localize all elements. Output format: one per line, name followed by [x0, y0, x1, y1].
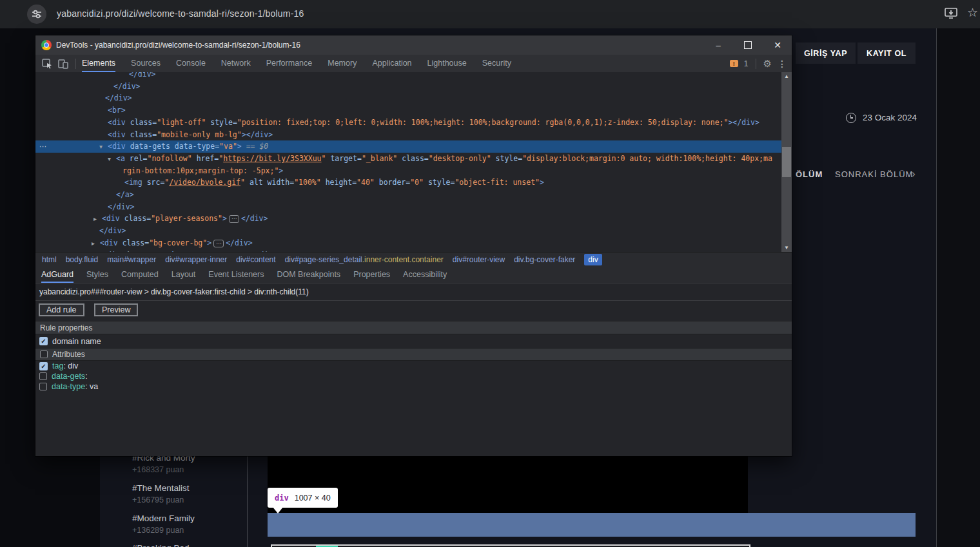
- devtools-window: DevTools - yabancidizi.pro/dizi/welcome-…: [35, 35, 792, 456]
- code-text: </a>: [35, 189, 781, 201]
- devtools-tab-application[interactable]: Application: [372, 55, 411, 72]
- expand-arrow-icon[interactable]: ▾: [99, 140, 103, 153]
- elements-scrollbar[interactable]: ▲ ▼: [781, 72, 792, 252]
- sidebar-tab-accessibility[interactable]: Accessibility: [403, 266, 447, 283]
- breadcrumb-html[interactable]: html: [42, 255, 57, 264]
- code-line[interactable]: <div class="light-off" style="position: …: [35, 117, 781, 129]
- line-overflow-icon[interactable]: ⋯: [39, 140, 48, 153]
- property-label: Attributes: [52, 350, 85, 359]
- inspect-highlight-overlay: [268, 513, 916, 537]
- code-line[interactable]: ⋯▾<div data-gets data-type="va"> == $0: [35, 140, 781, 153]
- site-settings-icon[interactable]: [27, 5, 46, 24]
- minimize-button[interactable]: –: [709, 35, 728, 55]
- breadcrumb-div[interactable]: div: [584, 254, 602, 265]
- devtools-tab-sources[interactable]: Sources: [131, 55, 161, 72]
- issues-count[interactable]: 1: [744, 59, 749, 68]
- code-text: <div class="player-seasons">⋯</div>: [35, 213, 781, 225]
- sidebar-tab-properties[interactable]: Properties: [353, 266, 390, 283]
- property-value: :: [85, 372, 87, 381]
- breadcrumb-div-wrapper-inner[interactable]: div#wrapper-inner: [165, 255, 227, 264]
- video-player-area[interactable]: [268, 456, 748, 513]
- preview-button[interactable]: Preview: [94, 303, 138, 316]
- code-line[interactable]: ▸<div class="player-seasons">⋯</div>: [35, 213, 781, 225]
- inspect-element-icon[interactable]: [42, 59, 53, 69]
- devtools-tab-elements[interactable]: Elements: [82, 55, 115, 72]
- previous-episode-link-partial[interactable]: ÖLÜM: [796, 169, 823, 179]
- checkbox-tag[interactable]: ✓: [39, 362, 48, 370]
- issues-icon[interactable]: !: [730, 60, 738, 67]
- device-toolbar-icon[interactable]: [58, 59, 68, 69]
- breadcrumb-div-router-view[interactable]: div#router-view: [453, 255, 505, 264]
- sidebar-tab-computed[interactable]: Computed: [121, 266, 159, 283]
- sidebar-tab-adguard[interactable]: AdGuard: [41, 266, 74, 283]
- scroll-up-arrow-icon[interactable]: ▲: [781, 73, 792, 79]
- code-line[interactable]: <img src="/video/bvole.gif" alt width="1…: [35, 177, 781, 189]
- code-line[interactable]: </div>: [35, 72, 781, 81]
- scroll-down-arrow-icon[interactable]: ▼: [781, 245, 792, 251]
- code-line[interactable]: rgin-bottom:10px;margin-top: -5px;">: [35, 165, 781, 177]
- maximize-button[interactable]: [738, 35, 758, 55]
- code-text: </div>: [35, 72, 781, 81]
- rule-property-domain-name: ✓domain name: [35, 334, 792, 348]
- devtools-window-title: DevTools - yabancidizi.pro/dizi/welcome-…: [56, 35, 300, 55]
- code-line[interactable]: </div>: [35, 225, 781, 237]
- code-line[interactable]: <div class="mobile-only mb-lg"></div>: [35, 129, 781, 141]
- devtools-tab-performance[interactable]: Performance: [266, 55, 313, 72]
- devtools-tab-security[interactable]: Security: [482, 55, 511, 72]
- trending-item-breaking-bad[interactable]: #Breaking Bad: [132, 543, 190, 547]
- kebab-menu-icon[interactable]: ⋮: [778, 59, 787, 69]
- login-button[interactable]: GİRİŞ YAP: [796, 43, 856, 64]
- checkbox-attributes[interactable]: [40, 350, 48, 358]
- devtools-tab-lighthouse[interactable]: Lighthouse: [427, 55, 467, 72]
- checkbox-data-gets[interactable]: [39, 372, 47, 380]
- send-to-device-icon[interactable]: [944, 7, 958, 23]
- url-text[interactable]: yabancidizi.pro/dizi/welcome-to-samdal-r…: [57, 8, 304, 19]
- collapse-arrow-icon[interactable]: ▸: [92, 237, 95, 249]
- expand-arrow-icon[interactable]: ▾: [108, 153, 111, 165]
- code-line[interactable]: </a>: [35, 189, 781, 201]
- add-rule-button[interactable]: Add rule: [39, 303, 84, 316]
- devtools-tab-memory[interactable]: Memory: [328, 55, 357, 72]
- chrome-logo-icon: [41, 40, 52, 50]
- sidebar-tab-layout[interactable]: Layout: [172, 266, 196, 283]
- sidebar-tab-event-listeners[interactable]: Event Listeners: [208, 266, 264, 283]
- scrollbar-thumb[interactable]: [782, 147, 791, 177]
- code-line[interactable]: </div>: [35, 92, 781, 104]
- sidebar-tab-styles[interactable]: Styles: [86, 266, 108, 283]
- code-line[interactable]: </div>: [35, 201, 781, 213]
- code-line[interactable]: ▸<div class="bg-cover-bg">⋯</div>: [35, 237, 781, 249]
- adguard-rule-text[interactable]: yabancidizi.pro###router-view > div.bg-c…: [35, 284, 792, 301]
- tooltip-dimensions: 1007 × 40: [295, 494, 331, 503]
- code-line[interactable]: ▾<a rel="nofollow" href="https://bit.ly/…: [35, 153, 781, 165]
- devtools-tab-console[interactable]: Console: [176, 55, 206, 72]
- breadcrumb-body-fluid[interactable]: body.fluid: [66, 255, 98, 264]
- chevron-right-icon[interactable]: ›: [912, 168, 916, 180]
- close-button[interactable]: ✕: [768, 35, 787, 55]
- sidebar-tab-dom-breakpoints[interactable]: DOM Breakpoints: [277, 266, 340, 283]
- register-button[interactable]: KAYIT OL: [858, 43, 916, 64]
- bookmark-star-icon[interactable]: ☆: [967, 6, 978, 20]
- browser-url-bar[interactable]: yabancidizi.pro/dizi/welcome-to-samdal-r…: [0, 0, 980, 28]
- collapse-arrow-icon[interactable]: ▸: [93, 213, 97, 225]
- gear-icon[interactable]: ⚙: [763, 58, 772, 70]
- breadcrumb-div-bg-cover-faker[interactable]: div.bg-cover-faker: [514, 255, 575, 264]
- property-value: : div: [63, 361, 78, 370]
- devtools-tab-network[interactable]: Network: [221, 55, 251, 72]
- code-line[interactable]: </div>: [35, 81, 781, 93]
- property-label: Rule properties: [40, 323, 92, 332]
- toolbar-right-cluster: ! 1 ⚙ ⋮: [730, 58, 787, 70]
- trending-item-modern-family[interactable]: #Modern Family+136289 puan: [132, 513, 195, 535]
- episode-date: 23 Ocak 2024: [863, 113, 917, 122]
- next-episode-link[interactable]: SONRAKİ BÖLÜM: [835, 169, 913, 179]
- checkbox-domain-name[interactable]: ✓: [39, 337, 48, 345]
- devtools-tabs: ElementsSourcesConsoleNetworkPerformance…: [82, 55, 527, 72]
- breadcrumb-div-page-series-detail[interactable]: div#page-series_detail.inner-content.con…: [285, 255, 444, 264]
- trending-item-the-mentalist[interactable]: #The Mentalist+156795 puan: [132, 483, 190, 504]
- devtools-toolbar: ElementsSourcesConsoleNetworkPerformance…: [35, 55, 792, 72]
- code-line[interactable]: <br>: [35, 104, 781, 117]
- elements-tree: </div></div></div><br><div class="light-…: [35, 72, 781, 252]
- checkbox-data-type[interactable]: [39, 383, 47, 390]
- breadcrumb-div-content[interactable]: div#content: [236, 255, 275, 264]
- devtools-titlebar[interactable]: DevTools - yabancidizi.pro/dizi/welcome-…: [35, 35, 792, 55]
- breadcrumb-main-wrapper[interactable]: main#wrapper: [107, 255, 156, 264]
